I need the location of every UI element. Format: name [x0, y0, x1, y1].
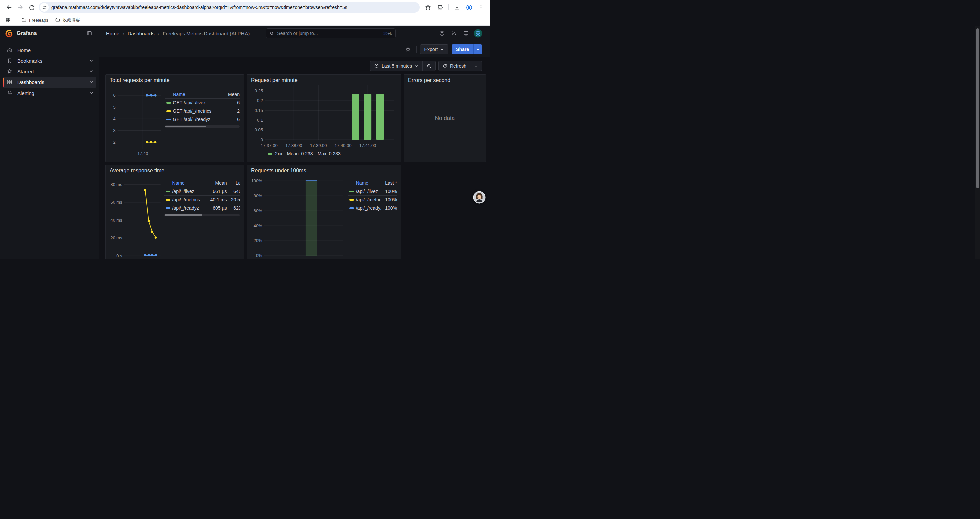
legend-header-cell[interactable]: Mean — [206, 180, 227, 186]
svg-text:0%: 0% — [256, 253, 262, 258]
bookmark-folder-label: Freeleaps — [29, 18, 48, 23]
legend-series-name[interactable]: /api/_/metrics — [356, 197, 381, 203]
panel-title[interactable]: Request per minute — [251, 77, 397, 83]
export-button[interactable]: Export — [420, 45, 448, 54]
news-rss-icon[interactable] — [449, 28, 459, 39]
svg-text:17:40:00: 17:40:00 — [334, 143, 352, 148]
search-box[interactable]: ⌘+k — [266, 29, 396, 38]
svg-text:0.05: 0.05 — [255, 127, 263, 132]
legend-series-name[interactable]: /api/_/metrics — [172, 197, 206, 203]
legend-value: 40.1 ms — [206, 197, 227, 203]
sidebar: Grafana Home Bookmarks Starred D — [0, 26, 99, 260]
legend-row: /api/_/livez100% — [348, 187, 397, 195]
help-icon[interactable] — [437, 28, 447, 39]
breadcrumb-dashboards[interactable]: Dashboards — [128, 31, 155, 37]
panel-title[interactable]: Total requests per minute — [110, 77, 240, 83]
grafana-logo[interactable] — [5, 29, 13, 38]
refresh-button[interactable]: Refresh — [439, 61, 470, 71]
share-button[interactable]: Share — [452, 45, 473, 54]
sidebar-item-home[interactable]: Home — [3, 45, 96, 56]
legend-header-cell[interactable]: Mean — [224, 91, 240, 97]
chevron-down-icon — [89, 80, 94, 85]
zoom-out-icon — [426, 64, 432, 69]
series-color-chip — [349, 199, 354, 201]
dock-sidebar-icon[interactable] — [84, 29, 94, 38]
legend-value: 100% — [381, 205, 397, 211]
legend-row: /api/_/metrics100% — [348, 195, 397, 204]
legend-header-cell[interactable]: Name — [172, 180, 206, 186]
sidebar-item-label: Dashboards — [18, 80, 45, 85]
legend-scrollbar-thumb[interactable] — [165, 214, 202, 216]
favorite-star-icon[interactable] — [403, 45, 413, 54]
legend-table: NameLast */api/_/livez100%/api/_/metrics… — [348, 179, 397, 260]
floating-assistant-avatar[interactable] — [473, 191, 486, 204]
legend-series-name[interactable]: GET /api/_/metrics — [173, 108, 224, 113]
breadcrumb-current: Freeleaps Metrics Dashboard (ALPHA) — [163, 31, 250, 37]
grafana-app: Grafana Home Bookmarks Starred D — [0, 26, 490, 260]
bookmark-star-icon[interactable] — [422, 2, 434, 13]
dashboard-actions-bar: Export Share — [99, 42, 490, 57]
legend-series-name[interactable]: GET /api/_/livez — [173, 100, 224, 105]
legend-row: /api/_/readyz100% — [348, 204, 397, 212]
legend-header-cell[interactable]: Name — [356, 180, 381, 186]
sidebar-menu: Home Bookmarks Starred Dashboards Alerti… — [0, 42, 99, 98]
legend-header-cell[interactable]: Last * — [227, 180, 240, 186]
zoom-out-button[interactable] — [423, 61, 435, 71]
panel-title[interactable]: Average response time — [110, 168, 240, 174]
sidebar-item-dashboards[interactable]: Dashboards — [3, 77, 96, 88]
svg-text:0.2: 0.2 — [257, 98, 263, 103]
menu-kebab-icon[interactable] — [475, 2, 487, 13]
panel-title[interactable]: Requests under 100ms — [251, 168, 397, 174]
legend-header-cell[interactable]: Name — [173, 91, 224, 97]
legend-item-2xx[interactable]: 2xx — [266, 151, 282, 156]
svg-text:17:38:00: 17:38:00 — [285, 143, 302, 148]
legend-table: NameMeanGET /api/_/livez6GET /api/_/metr… — [165, 90, 240, 158]
time-range-picker[interactable]: Last 5 minutes — [370, 61, 422, 71]
breadcrumb-home[interactable]: Home — [106, 31, 119, 37]
downloads-icon[interactable] — [451, 2, 463, 13]
url-bar[interactable] — [39, 2, 420, 13]
breadcrumb-separator: › — [158, 31, 160, 36]
breadcrumb-separator: › — [123, 31, 124, 36]
browser-toolbar — [0, 0, 490, 15]
profile-icon[interactable] — [463, 2, 475, 13]
extensions-icon[interactable] — [434, 2, 445, 13]
sidebar-item-starred[interactable]: Starred — [3, 66, 96, 77]
svg-text:80 ms: 80 ms — [111, 182, 123, 187]
sidebar-item-alerting[interactable]: Alerting — [3, 88, 96, 98]
bell-icon — [7, 90, 13, 96]
time-controls: Last 5 minutes Refresh — [105, 61, 482, 71]
url-input[interactable] — [51, 5, 415, 10]
legend-series-name[interactable]: /api/_/readyz — [356, 205, 381, 211]
keyboard-icon — [375, 31, 381, 36]
user-avatar[interactable] — [473, 28, 483, 39]
back-icon[interactable] — [3, 2, 15, 13]
bookmark-folder-blogs[interactable]: 收藏博客 — [52, 16, 83, 24]
chevron-down-icon — [89, 69, 94, 74]
star-icon — [7, 69, 13, 75]
top-nav: Home › Dashboards › Freeleaps Metrics Da… — [99, 26, 490, 42]
legend-mean: Mean: 0.233 — [287, 151, 313, 156]
apps-grid-icon[interactable] — [3, 15, 13, 25]
legend-series-name[interactable]: /api/_/livez — [172, 189, 206, 194]
legend-scrollbar[interactable] — [164, 214, 240, 216]
site-settings-icon[interactable] — [40, 3, 49, 12]
forward-icon[interactable] — [15, 2, 26, 13]
legend-series-name[interactable]: /api/_/readyz — [172, 205, 206, 211]
legend-scrollbar[interactable] — [165, 125, 240, 128]
legend-series-name[interactable]: /api/_/livez — [356, 189, 381, 194]
search-input[interactable] — [277, 31, 375, 36]
legend-series-name[interactable]: GET /api/_/readyz — [173, 117, 224, 122]
bookmark-folder-freeleaps[interactable]: Freeleaps — [18, 16, 52, 24]
share-split-button: Share — [452, 45, 482, 54]
kiosk-monitor-icon[interactable] — [461, 28, 471, 39]
svg-text:0 s: 0 s — [116, 254, 122, 259]
reload-icon[interactable] — [26, 2, 37, 13]
legend-header-cell[interactable]: Last * — [381, 180, 397, 186]
sidebar-item-bookmarks[interactable]: Bookmarks — [3, 56, 96, 66]
legend-scrollbar-thumb[interactable] — [165, 126, 207, 127]
panel-title[interactable]: Errors per second — [408, 77, 482, 83]
refresh-interval-button[interactable] — [470, 61, 482, 71]
chevron-down-icon — [440, 48, 444, 51]
share-menu-button[interactable] — [473, 45, 482, 54]
